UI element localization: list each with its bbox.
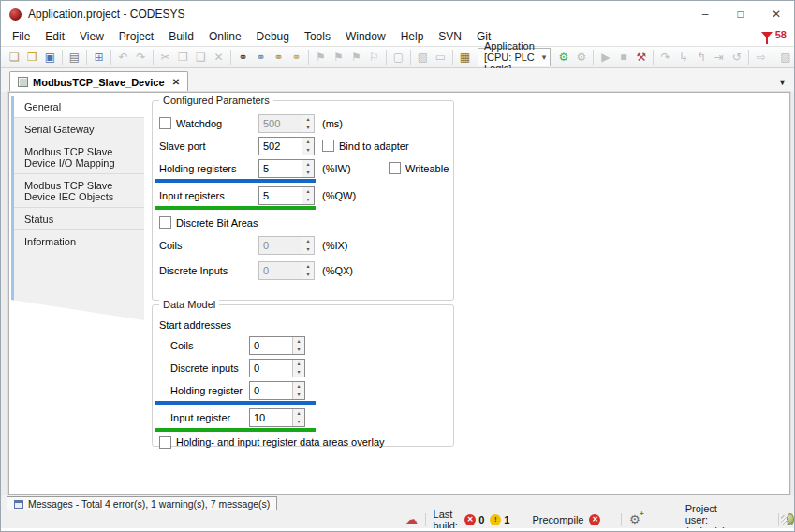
menu-build[interactable]: Build: [161, 28, 201, 45]
sidebar-item-io-mapping[interactable]: Modbus TCP Slave Device I/O Mapping: [14, 140, 144, 173]
undo-button[interactable]: ↶: [114, 48, 132, 66]
menu-online[interactable]: Online: [201, 28, 249, 45]
menu-debug[interactable]: Debug: [249, 28, 297, 45]
spinner-buttons[interactable]: ▴▾: [302, 187, 314, 204]
watchdog-checkbox[interactable]: [159, 117, 171, 129]
step-out-button[interactable]: ↰: [692, 48, 710, 66]
toggle-bookmark-button[interactable]: ⚑: [312, 48, 330, 66]
replace-button[interactable]: ⚭: [252, 48, 270, 66]
tab-close-icon[interactable]: ✕: [172, 77, 180, 87]
coils-label: Coils: [159, 240, 182, 251]
spinner-buttons[interactable]: ▴▾: [292, 409, 304, 426]
spinner-buttons[interactable]: ▴▾: [302, 262, 314, 279]
stop-button[interactable]: ■: [614, 48, 632, 66]
writeable-label: Writeable: [405, 163, 449, 174]
login-button[interactable]: ⚙: [554, 48, 572, 66]
statusbar-separator: [621, 513, 622, 526]
gear-status-icon[interactable]: ⚙+: [629, 512, 640, 526]
toolbar: ❏❒▣▤⊞↶↷✂❐❑✕⚭⚭⚭⚭⚑⚑⚑⚐▢▧▭▦ Application [CPU…: [1, 46, 794, 68]
spinner-buttons[interactable]: ▴▾: [302, 115, 314, 132]
menu-window[interactable]: Window: [338, 28, 393, 45]
run-to-cursor-button[interactable]: ⇥: [710, 48, 728, 66]
dm-coils-spinner[interactable]: 0 ▴▾: [249, 336, 305, 355]
force-values-button[interactable]: ▨: [776, 48, 794, 66]
sidebar-item-iec-objects[interactable]: Modbus TCP Slave Device IEC Objects: [14, 173, 144, 207]
precompile-label: Precompile: [532, 514, 583, 525]
close-button[interactable]: ✕: [758, 1, 794, 27]
active-application-combo[interactable]: Application [CPU: PLC Logic] ▾: [478, 48, 551, 66]
menu-help[interactable]: Help: [393, 28, 432, 45]
tab-modbustcp-slave-device[interactable]: ModbusTCP_Slave_Device ✕: [9, 71, 188, 92]
step-into-button[interactable]: ↳: [674, 48, 692, 66]
toolbar-separator: [386, 50, 387, 65]
breakpoint-settings-button[interactable]: ⚒: [632, 48, 650, 66]
menu-svn[interactable]: SVN: [431, 28, 469, 45]
redo-button[interactable]: ↷: [132, 48, 150, 66]
new-project-button[interactable]: ❏: [6, 48, 23, 66]
dm-input-register-spinner[interactable]: 10 ▴▾: [249, 408, 305, 427]
build-button[interactable]: ▦: [456, 48, 474, 66]
watchdog-spinner[interactable]: 500 ▴▾: [258, 114, 315, 133]
dm-discrete-inputs-spinner[interactable]: 0 ▴▾: [249, 359, 305, 377]
discrete-bit-areas-label: Discrete Bit Areas: [176, 217, 258, 229]
spinner-buttons[interactable]: ▴▾: [292, 337, 304, 354]
single-cycle-button[interactable]: ⇨: [752, 48, 770, 66]
open-project-button[interactable]: ❒: [23, 48, 41, 66]
spinner-buttons[interactable]: ▴▾: [302, 237, 314, 254]
maximize-button[interactable]: □: [723, 1, 758, 27]
start-button[interactable]: ▶: [596, 48, 614, 66]
bind-to-adapter-checkbox[interactable]: [322, 140, 334, 152]
menu-view[interactable]: View: [72, 28, 111, 45]
sidebar-item-information[interactable]: Information: [14, 229, 144, 252]
menu-tools[interactable]: Tools: [297, 28, 338, 45]
sidebar-item-general[interactable]: General: [14, 96, 144, 117]
clear-bookmarks-button[interactable]: ⚐: [365, 48, 383, 66]
minimize-button[interactable]: –: [687, 1, 723, 27]
overlay-checkbox[interactable]: [159, 436, 171, 449]
discrete-inputs-spinner[interactable]: 0 ▴▾: [258, 261, 315, 280]
discrete-bit-areas-checkbox[interactable]: [159, 216, 171, 229]
find-button[interactable]: ⚭: [234, 48, 252, 66]
reset-warm-button[interactable]: ↺: [728, 48, 745, 66]
delete-button[interactable]: ✕: [210, 48, 228, 66]
step-over-button[interactable]: ↷: [656, 48, 674, 66]
error-filter[interactable]: 58: [761, 29, 787, 40]
holding-registers-accent-bar: [155, 179, 316, 183]
spinner-buttons[interactable]: ▴▾: [292, 382, 304, 399]
automation-server-cloud-icon[interactable]: ☁: [405, 512, 418, 526]
coils-spinner[interactable]: 0 ▴▾: [258, 236, 315, 255]
paste-button[interactable]: ❑: [192, 48, 210, 66]
input-registers-spinner[interactable]: 5 ▴▾: [258, 186, 315, 205]
refactoring-dropdown-button[interactable]: ▧: [414, 48, 432, 66]
messages-tab[interactable]: Messages - Total 4 error(s), 1 warning(s…: [7, 496, 277, 510]
sidebar-item-serial-gateway[interactable]: Serial Gateway: [14, 117, 144, 140]
find-in-project-button[interactable]: ⚭: [270, 48, 287, 66]
menu-file[interactable]: File: [5, 28, 37, 45]
dm-holding-register-spinner[interactable]: 0 ▴▾: [249, 381, 305, 400]
spinner-buttons[interactable]: ▴▾: [292, 360, 304, 377]
spinner-buttons[interactable]: ▴▾: [302, 160, 314, 177]
menu-project[interactable]: Project: [111, 28, 161, 45]
copy-project-button[interactable]: ⊞: [90, 48, 108, 66]
holding-registers-spinner[interactable]: 5 ▴▾: [258, 159, 315, 178]
spinner-buttons[interactable]: ▴▾: [302, 138, 314, 155]
cut-button[interactable]: ✂: [156, 48, 174, 66]
tab-list-dropdown-icon[interactable]: ▼: [778, 78, 787, 87]
properties-button[interactable]: ▭: [432, 48, 449, 66]
writeable-checkbox[interactable]: [389, 162, 401, 174]
sidebar-item-status[interactable]: Status: [14, 207, 144, 229]
next-bookmark-button[interactable]: ⚑: [330, 48, 347, 66]
print-button[interactable]: ▤: [66, 48, 83, 66]
save-project-button[interactable]: ▣: [41, 48, 59, 66]
slave-port-spinner[interactable]: 502 ▴▾: [258, 137, 315, 155]
copy-button[interactable]: ❐: [174, 48, 192, 66]
nav-items: GeneralSerial GatewayModbus TCP Slave De…: [11, 96, 144, 252]
replace-in-project-button[interactable]: ⚭: [287, 48, 305, 66]
device-editor-panel: GeneralSerial GatewayModbus TCP Slave De…: [8, 92, 790, 495]
toolbar-separator: [410, 50, 411, 65]
resize-grip[interactable]: [781, 515, 791, 525]
edit-object-button[interactable]: ▢: [390, 48, 407, 66]
previous-bookmark-button[interactable]: ⚑: [347, 48, 365, 66]
menu-edit[interactable]: Edit: [37, 28, 72, 45]
logout-button[interactable]: ⚙: [572, 48, 590, 66]
